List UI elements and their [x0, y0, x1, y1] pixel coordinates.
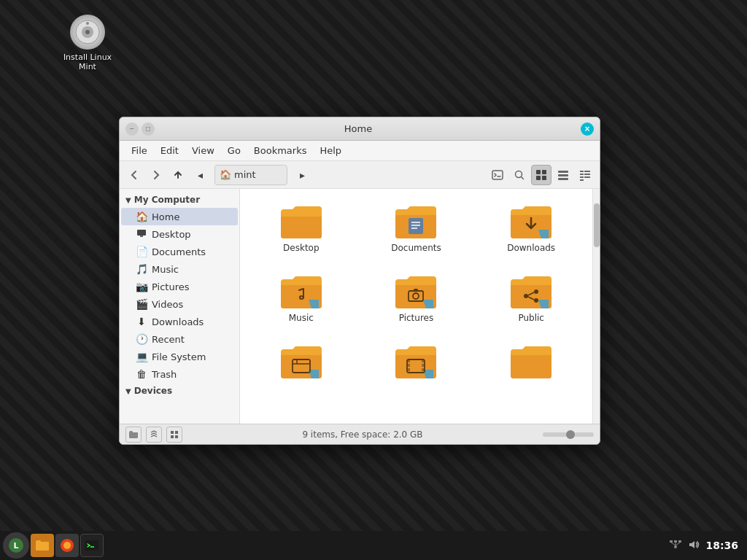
svg-rect-51: [85, 540, 98, 551]
view-grid-button[interactable]: [531, 165, 551, 185]
file-item-extra[interactable]: [477, 336, 585, 389]
search-button[interactable]: [509, 165, 530, 185]
sidebar-item-videos[interactable]: 🎬 Videos: [121, 295, 238, 313]
sidebar-downloads-label: Downloads: [152, 316, 204, 327]
my-computer-label: My Computer: [134, 195, 200, 205]
svg-rect-42: [422, 368, 425, 371]
downloads-folder-label: Downloads: [507, 243, 555, 253]
svg-rect-53: [670, 540, 673, 542]
svg-rect-15: [580, 174, 584, 175]
my-computer-header[interactable]: ▼ My Computer: [120, 192, 239, 208]
file-item-desktop[interactable]: Desktop: [247, 196, 355, 259]
view-compact-button[interactable]: [575, 165, 595, 185]
taskbar-firefox-button[interactable]: [55, 534, 79, 557]
minimize-button[interactable]: −: [125, 122, 139, 136]
close-button[interactable]: ×: [581, 122, 594, 136]
file-item-pictures[interactable]: Pictures: [363, 266, 471, 329]
svg-rect-19: [580, 179, 584, 181]
menu-view[interactable]: View: [186, 143, 220, 158]
sidebar-filesystem-label: File System: [152, 351, 206, 362]
desktop-folder-label: Desktop: [283, 243, 320, 253]
svg-rect-38: [407, 364, 410, 367]
zoom-control[interactable]: [543, 432, 594, 437]
sidebar-music-label: Music: [152, 264, 179, 275]
svg-point-2: [85, 30, 90, 34]
start-button[interactable]: L: [3, 532, 29, 559]
main-content: ▼ My Computer 🏠 Home Desktop 📄 Documents…: [120, 189, 600, 424]
menu-go[interactable]: Go: [222, 143, 247, 158]
menu-help[interactable]: Help: [314, 143, 347, 158]
file-item-documents[interactable]: Documents: [363, 196, 471, 259]
music-folder-label: Music: [289, 313, 314, 323]
sidebar-item-documents[interactable]: 📄 Documents: [121, 243, 238, 260]
sidebar-item-music[interactable]: 🎵 Music: [121, 260, 238, 278]
sidebar-item-recent[interactable]: 🕐 Recent: [121, 330, 238, 348]
svg-rect-9: [542, 176, 546, 180]
script-button[interactable]: [487, 165, 508, 185]
zoom-thumb: [566, 430, 575, 439]
file-item-public[interactable]: Public: [477, 266, 585, 329]
sound-tray-icon[interactable]: [688, 540, 700, 552]
sidebar-item-home[interactable]: 🏠 Home: [121, 208, 238, 225]
menu-file[interactable]: File: [125, 143, 153, 158]
svg-rect-41: [422, 364, 425, 367]
sidebar: ▼ My Computer 🏠 Home Desktop 📄 Documents…: [120, 189, 240, 424]
home-icon: 🏠: [220, 169, 231, 180]
file-item-downloads[interactable]: Downloads: [477, 196, 585, 259]
svg-rect-13: [580, 171, 584, 172]
sidebar-item-desktop[interactable]: Desktop: [121, 225, 238, 243]
sidebar-recent-label: Recent: [152, 334, 185, 345]
my-computer-arrow: ▼: [125, 196, 131, 204]
sidebar-item-filesystem[interactable]: 💻 File System: [121, 348, 238, 365]
svg-point-3: [86, 22, 89, 25]
taskbar-files-button[interactable]: [31, 534, 54, 557]
sidebar-documents-label: Documents: [152, 246, 206, 257]
svg-rect-55: [678, 540, 681, 542]
location-bar: 🏠 mint: [214, 165, 287, 185]
svg-rect-46: [175, 435, 178, 438]
svg-rect-20: [137, 230, 146, 236]
menu-bookmarks[interactable]: Bookmarks: [248, 143, 313, 158]
scrollbar[interactable]: [592, 189, 600, 424]
svg-point-30: [534, 298, 538, 303]
svg-rect-14: [584, 171, 590, 172]
statusbar-folder-button[interactable]: [125, 427, 142, 443]
file-manager-window: − □ Home × File Edit View Go Bookmarks H…: [119, 117, 600, 445]
music-folder-icon: [279, 272, 323, 310]
sidebar-item-trash[interactable]: 🗑 Trash: [121, 365, 238, 383]
zoom-slider[interactable]: [543, 432, 594, 437]
documents-folder-icon: [394, 202, 438, 240]
sidebar-item-pictures[interactable]: 📷 Pictures: [121, 278, 238, 295]
sidebar-home-label: Home: [152, 211, 179, 222]
taskbar-time: 18:36: [705, 540, 738, 551]
svg-rect-10: [558, 171, 568, 173]
file-item-music[interactable]: Music: [247, 266, 355, 329]
taskbar: L: [0, 531, 747, 560]
back-button[interactable]: [124, 165, 144, 185]
statusbar-view-button[interactable]: [166, 427, 182, 443]
install-linux-mint-label: Install Linux Mint: [58, 52, 117, 71]
sidebar-item-downloads[interactable]: ⬇ Downloads: [121, 313, 238, 330]
maximize-button[interactable]: □: [142, 122, 155, 136]
file-area: Desktop Documents: [240, 189, 592, 424]
templates-folder-icon: [279, 342, 323, 380]
devices-arrow: ▼: [125, 387, 131, 395]
forward-button[interactable]: [146, 165, 166, 185]
documents-sidebar-icon: 📄: [136, 246, 147, 257]
desktop-folder-icon: [279, 202, 323, 240]
desktop-icon-install-linux-mint[interactable]: Install Linux Mint: [58, 15, 117, 71]
location-prev-button[interactable]: ◂: [190, 165, 210, 185]
statusbar-sort-button[interactable]: [146, 427, 162, 443]
taskbar-terminal-button[interactable]: [80, 534, 104, 557]
location-next-button[interactable]: ▸: [292, 165, 312, 185]
file-item-templates[interactable]: [247, 336, 355, 389]
up-button[interactable]: [168, 165, 188, 185]
menu-edit[interactable]: Edit: [155, 143, 185, 158]
file-item-videos[interactable]: [363, 336, 471, 389]
svg-rect-17: [580, 176, 584, 178]
network-tray-icon[interactable]: [669, 540, 682, 552]
window-controls: − □: [125, 122, 155, 136]
view-list-button[interactable]: [553, 165, 573, 185]
home-sidebar-icon: 🏠: [136, 211, 147, 222]
devices-header[interactable]: ▼ Devices: [120, 383, 239, 399]
